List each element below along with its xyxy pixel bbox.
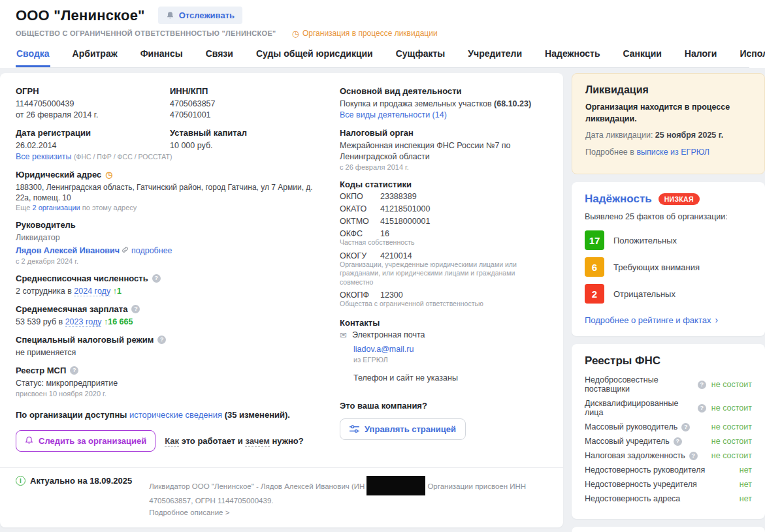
tab-sudy[interactable]: Суды общей юрисдикции [255,46,374,67]
bell-icon [25,436,33,445]
reliability-title: Надёжность [585,193,652,206]
tab-nalogi[interactable]: Налоги [684,46,718,67]
msp-status: Статус: микропредприятие [16,378,321,389]
help-icon[interactable]: ? [674,437,682,446]
page-header: ООО "Ленинское" Отслеживать ОБЩЕСТВО С О… [0,0,765,68]
ogrn-label: ОГРН [16,86,170,96]
help-icon[interactable]: ? [157,336,166,344]
capital-label: Уставный капитал [170,128,321,138]
tab-uchrediteli[interactable]: Учредители [467,46,523,67]
reliability-badge: НИЗКАЯ [659,193,700,205]
tab-ispolnitelnye[interactable]: Исполнительные произв… [739,46,765,67]
help-icon[interactable]: ? [698,381,706,389]
warning-count: 6 [585,257,604,277]
help-icon[interactable]: ? [131,305,140,313]
track-button-label: Отслеживать [179,10,235,20]
stat-code-row: ОКОПФ12300 [340,290,547,300]
tab-svyazi[interactable]: Связи [205,46,234,67]
headcount-label: Среднесписочная численность [16,274,148,283]
link-chain-icon [122,246,129,253]
address-more-suffix: по этому адресу [82,204,137,211]
fns-row: Налоговая задолженность?не состоит [585,451,752,460]
fns-row: Недостоверность руководителянет [585,465,752,475]
liquidation-box: Ликвидация Организация находится в проце… [572,73,765,174]
email-label: Электронная почта [352,330,425,340]
tab-suschfakty[interactable]: Сущфакты [395,46,446,67]
redaction-box [366,476,425,495]
tax-authority-since: с 26 февраля 2014 г. [340,163,547,172]
tax-regime-value: не применяется [16,347,321,358]
activity-label: Основной вид деятельности [340,86,547,96]
headcount-delta: ↑1 [113,287,122,296]
manage-page-button[interactable]: Управлять страницей [340,418,466,440]
help-icon[interactable]: ? [70,366,78,375]
actuality-footer: i Актуально на 18.09.2025 Ликвидатор ООО… [0,467,563,528]
fns-registries-box: Реестры ФНС Недобросовестные поставщики?… [572,344,765,519]
address-value: 188300, Ленинградская область, Гатчински… [16,182,321,203]
manager-role: Ликвидатор [16,232,321,243]
manager-details-link[interactable]: подробнее [131,246,172,255]
tab-finansy[interactable]: Финансы [140,46,184,67]
inn-value: 4705063857 [170,99,321,110]
follow-organization-button[interactable]: Следить за организацией [16,430,155,452]
how-it-works-link[interactable]: Как [165,436,179,446]
address-label: Юридический адрес [16,170,101,180]
fns-row: Недобросовестные поставщики?не состоит [585,375,752,394]
headcount-value: 2 сотрудника в [16,287,72,296]
help-icon[interactable]: ? [698,404,706,413]
negative-label: Отрицательных [613,289,675,299]
why-needed-link[interactable]: зачем [245,436,269,446]
reg-date-label: Дата регистрации [16,128,170,138]
sliders-icon [350,425,359,433]
tab-sankcii[interactable]: Санкции [623,46,662,67]
help-icon[interactable]: ? [689,452,698,460]
egrul-extract-link[interactable]: выписке из ЕГРЮЛ [636,148,709,157]
ogrn-value: 1144705000439 [16,99,170,110]
track-button[interactable]: Отслеживать [158,7,242,24]
tab-arbitrazh[interactable]: Арбитраж [72,46,118,67]
tab-svodka[interactable]: Сводка [16,46,50,67]
history-link[interactable]: исторические сведения [129,410,222,420]
rating-details-link[interactable]: Подробнее о рейтинге и фактах› [585,315,718,325]
address-history-clock-icon[interactable]: ◷ [105,170,112,179]
tab-nadezhnost[interactable]: Надежность [544,46,600,67]
bell-icon [166,11,174,20]
salary-label: Среднемесячная зарплата [16,304,127,314]
liquidation-title: Ликвидация [585,84,751,96]
liquidation-flag-label: Организация в процессе ликвидации [302,29,438,38]
help-icon[interactable]: ? [152,274,161,283]
stat-code-row: ОКПО23388389 [340,192,547,201]
reliability-intro: Выявлено 25 фактов об организации: [585,212,752,221]
history-suffix: (35 изменений). [225,410,290,420]
actual-date: Актуально на 18.09.2025 [30,476,132,486]
liquidation-more-prefix: Подробнее в [585,148,634,157]
headcount-year-link[interactable]: 2024 году [74,287,110,296]
salary-value: 53 539 руб в [16,317,63,326]
all-requisites-link[interactable]: Все реквизиты [16,152,71,161]
manage-page-button-label: Управлять страницей [365,424,456,434]
company-description: Ликвидатор ООО "Ленинское" - Лядов Алекс… [149,476,547,519]
facts-negative-row: 2 Отрицательных [585,284,752,304]
fns-row: Массовый руководитель?не состоит [585,422,752,431]
same-address-orgs-link[interactable]: 2 организации [32,204,80,211]
salary-year-link[interactable]: 2023 году [65,317,102,327]
tax-regime-label: Специальный налоговый режим [16,335,154,345]
your-company-question: Это ваша компания? [340,401,547,411]
liquidation-message: Организация находится в процессе ликвида… [585,102,751,125]
fns-row: Дисквалифицированные лица?не состоит [585,399,752,417]
full-description-link[interactable]: Подробное описание > [149,509,229,516]
stat-code-note: Общества с ограниченной ответственностью [340,300,547,309]
warning-label: Требующих внимания [613,262,700,272]
summary-card: ОГРН 1144705000439 от 26 февраля 2014 г.… [0,73,563,527]
address-more-prefix: Еще [16,204,30,211]
facts-positive-row: 17 Положительных [585,230,752,250]
all-activities-link[interactable]: Все виды деятельности (14) [340,110,447,119]
email-link[interactable]: liadov.a@mail.ru [353,345,414,354]
history-prefix: По организации доступны [16,410,127,420]
liquidation-date-label: Дата ликвидации: [585,131,653,140]
manager-name-link[interactable]: Лядов Алексей Иванович [16,246,120,255]
howwhy-tail: нужно? [272,436,304,446]
description-start: Ликвидатор ООО "Ленинское" - Лядов Алекс… [149,482,365,490]
negative-count: 2 [585,284,604,304]
help-icon[interactable]: ? [681,423,690,431]
